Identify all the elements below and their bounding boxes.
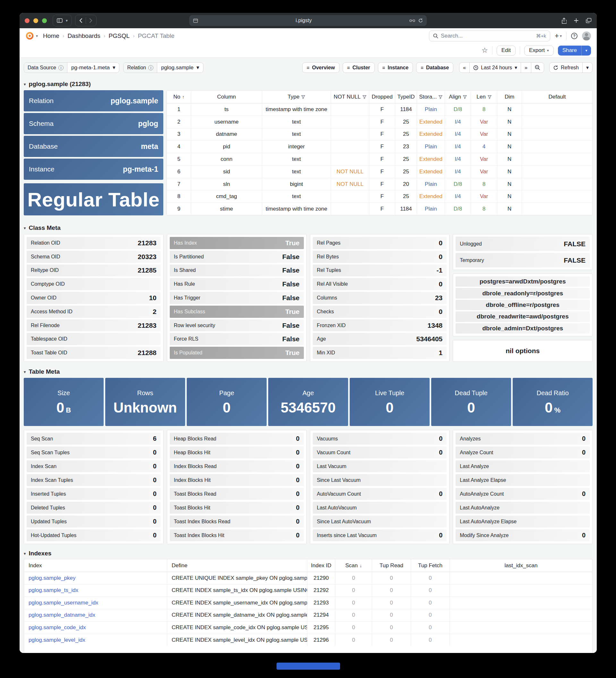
help-icon[interactable]: ? bbox=[571, 33, 577, 39]
column-header-type[interactable]: Type bbox=[262, 90, 331, 103]
breadcrumb-item[interactable]: Dashboards bbox=[67, 32, 100, 39]
variable-value-dropdown[interactable]: pg-meta-1.meta▾ bbox=[67, 63, 119, 73]
search-box[interactable]: ⌘+k bbox=[429, 31, 550, 41]
index-name-link[interactable]: pglog.sample_datname_idx bbox=[24, 609, 167, 622]
share-menu-button[interactable]: ▾ bbox=[581, 46, 591, 55]
column-header-len[interactable]: Len bbox=[471, 90, 497, 103]
index-header-define[interactable]: Define bbox=[167, 559, 307, 572]
kv-label: Last Analyze bbox=[460, 463, 489, 469]
kv-row: Min XID1 bbox=[313, 347, 447, 359]
breadcrumb-item[interactable]: Home bbox=[43, 32, 59, 39]
index-name-link[interactable]: pglog.sample_ts_idx bbox=[24, 585, 167, 597]
column-header-typeid[interactable]: TypeID bbox=[395, 90, 417, 103]
sidebar-toggle-button[interactable]: ▾ bbox=[53, 15, 72, 26]
kv-label: Last Vacuum bbox=[317, 463, 346, 469]
kv-value: FALSE bbox=[564, 257, 585, 264]
browser-tab[interactable]: i.pigsty bbox=[189, 15, 427, 26]
column-header-no[interactable]: No↑ bbox=[167, 90, 191, 103]
index-header-index[interactable]: Index bbox=[24, 559, 167, 572]
index-name-link[interactable]: pglog.sample_level_idx bbox=[24, 634, 167, 646]
refresh-interval-button[interactable]: ▾ bbox=[583, 63, 592, 73]
filter-icon[interactable] bbox=[363, 95, 366, 99]
new-menu-button[interactable]: + ▾ bbox=[555, 32, 562, 40]
close-window-button[interactable] bbox=[25, 18, 30, 23]
reload-icon[interactable] bbox=[418, 18, 423, 23]
column-header-align[interactable]: Align bbox=[445, 90, 471, 103]
column-header-not-null[interactable]: NOT NULL bbox=[331, 90, 369, 103]
index-name-link[interactable]: pglog.sample_username_idx bbox=[24, 597, 167, 609]
filter-icon[interactable] bbox=[463, 95, 467, 99]
section-header-table-meta[interactable]: ▾ Table Meta bbox=[24, 368, 592, 375]
share-icon[interactable] bbox=[562, 17, 567, 24]
column-header-dropped[interactable]: Dropped bbox=[369, 90, 395, 103]
forward-button[interactable] bbox=[89, 18, 92, 23]
index-header-scan[interactable]: Scan↓ bbox=[335, 559, 372, 572]
back-button[interactable] bbox=[79, 18, 82, 23]
kv-row: AutoAnalyze Count0 bbox=[456, 488, 590, 500]
refresh-button[interactable]: Refresh bbox=[549, 63, 583, 73]
kv-row: Rel Pages0 bbox=[313, 237, 447, 249]
new-tab-icon[interactable] bbox=[574, 18, 579, 23]
nav-link-cluster[interactable]: ≡Cluster bbox=[343, 62, 375, 73]
time-range-button[interactable]: Last 24 hours ▾ bbox=[470, 63, 521, 73]
time-zoom-out-button[interactable] bbox=[531, 63, 544, 73]
table-cell: F bbox=[369, 166, 395, 178]
kv-value: 0 bbox=[439, 239, 443, 247]
section-header-class-meta[interactable]: ▾ Class Meta bbox=[24, 224, 592, 231]
avatar[interactable] bbox=[582, 32, 591, 40]
share-button[interactable]: Share bbox=[558, 46, 581, 55]
star-icon[interactable]: ☆ bbox=[482, 46, 488, 54]
index-header-index-id[interactable]: Index ID bbox=[307, 559, 335, 572]
column-header-default[interactable]: Default bbox=[522, 90, 592, 103]
filter-icon[interactable] bbox=[301, 95, 305, 99]
kv-value: 0 bbox=[439, 449, 443, 456]
nav-link-overview[interactable]: ≡Overview bbox=[302, 62, 339, 73]
table-cell bbox=[331, 116, 369, 128]
grafana-header: ▾ Home›Dashboards›PGSQL›PGCAT Table ⌘+k … bbox=[19, 28, 597, 43]
kv-label: Modify Since Analyze bbox=[460, 533, 508, 538]
table-cell: F bbox=[369, 116, 395, 128]
kv-value: 21288 bbox=[138, 349, 156, 356]
kv-label: Has Trigger bbox=[174, 295, 201, 301]
table-cell: text bbox=[262, 166, 331, 178]
index-name-link[interactable]: pglog.sample_pkey bbox=[24, 572, 167, 584]
maximize-window-button[interactable] bbox=[42, 18, 47, 23]
section-header-indexes[interactable]: ▾ Indexes bbox=[24, 550, 592, 557]
kv-label: Checks bbox=[317, 309, 334, 314]
kv-label: Vacuums bbox=[317, 436, 338, 442]
nav-link-instance[interactable]: ≡Instance bbox=[378, 62, 413, 73]
grafana-logo-group[interactable]: ▾ bbox=[25, 32, 38, 40]
time-shift-back-button[interactable]: « bbox=[459, 63, 470, 73]
index-header-tup-fetch[interactable]: Tup Fetch bbox=[411, 559, 450, 572]
kv-row: Has IndexTrue bbox=[170, 237, 304, 249]
index-scan-cell: 0 bbox=[335, 572, 372, 584]
kv-label: Analyze Count bbox=[460, 450, 493, 455]
index-id-cell: 21296 bbox=[307, 634, 335, 646]
export-button[interactable]: Export▾ bbox=[524, 46, 554, 55]
filter-icon[interactable] bbox=[439, 95, 443, 99]
kv-label: Deleted Tuples bbox=[31, 505, 65, 511]
filter-icon[interactable] bbox=[488, 95, 492, 99]
search-input[interactable] bbox=[441, 33, 534, 39]
breadcrumb-item[interactable]: PGCAT Table bbox=[138, 32, 174, 39]
index-header-last-idx-scan[interactable]: last_idx_scan bbox=[450, 559, 592, 572]
kv-label: Comptype OID bbox=[31, 281, 65, 287]
breadcrumb-item[interactable]: PGSQL bbox=[109, 32, 130, 39]
column-header-stora-[interactable]: Stora... bbox=[417, 90, 445, 103]
index-header-tup-read[interactable]: Tup Read bbox=[372, 559, 411, 572]
index-name-link[interactable]: pglog.sample_code_idx bbox=[24, 622, 167, 634]
zoom-out-icon bbox=[535, 65, 540, 70]
variable-value-dropdown[interactable]: pglog.sample▾ bbox=[157, 63, 203, 73]
edit-button[interactable]: Edit bbox=[497, 46, 516, 55]
section-header-relation[interactable]: ▾ pglog.sample (21283) bbox=[24, 81, 592, 88]
index-row: pglog.sample_datname_idxCREATE INDEX sam… bbox=[24, 609, 592, 622]
minimize-window-button[interactable] bbox=[33, 18, 38, 23]
kv-row: Tablespace OID bbox=[27, 333, 161, 345]
tab-overview-icon[interactable] bbox=[586, 18, 591, 23]
column-header-dim[interactable]: Dim bbox=[497, 90, 522, 103]
time-shift-forward-button[interactable]: » bbox=[521, 63, 531, 73]
nav-link-database[interactable]: ≡Database bbox=[416, 62, 453, 73]
privacy-glasses-icon[interactable] bbox=[409, 19, 415, 22]
kv-row: UnloggedFALSE bbox=[456, 237, 590, 251]
column-header-column[interactable]: Column bbox=[191, 90, 262, 103]
